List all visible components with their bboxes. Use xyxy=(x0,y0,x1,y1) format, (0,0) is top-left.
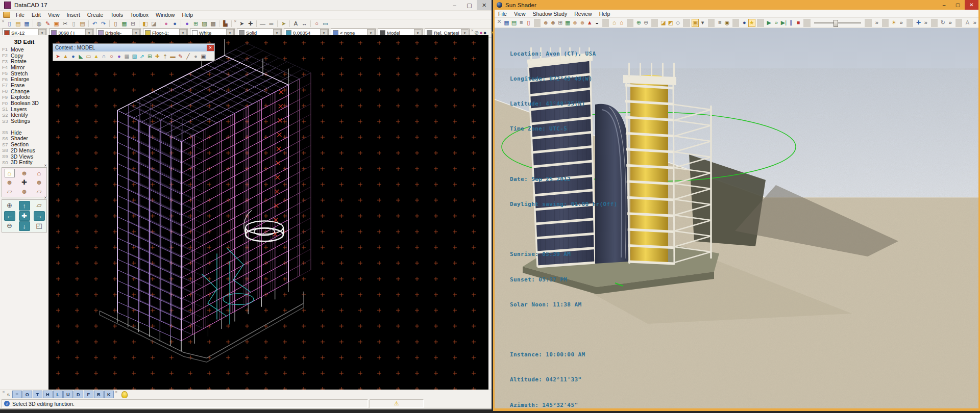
menu-item[interactable]: Review xyxy=(571,11,595,17)
house-icon[interactable]: ⌂ xyxy=(611,19,618,27)
menu-item[interactable]: Shadow Study xyxy=(529,11,571,17)
menu-item[interactable]: Tools xyxy=(107,12,127,18)
pan-up-icon[interactable]: ↑ xyxy=(19,201,30,211)
insert-box-icon[interactable]: ▣ xyxy=(53,20,61,28)
close-button[interactable]: ✕ xyxy=(477,0,492,10)
zoom-out-icon[interactable]: ⊖ xyxy=(643,19,649,27)
paint-bucket-icon[interactable]: ◧ xyxy=(141,20,150,28)
stop-icon[interactable]: ■ xyxy=(795,19,801,27)
cut-icon[interactable]: ✂ xyxy=(61,20,69,28)
observer-alt-icon[interactable]: ☻ xyxy=(550,19,556,27)
grid-icon[interactable]: ⊞ xyxy=(192,20,200,28)
view-expand-icon[interactable]: ✚ xyxy=(19,178,30,187)
open-file-icon[interactable]: ▤ xyxy=(14,20,22,28)
key-k[interactable]: K xyxy=(104,391,114,398)
add-tool-icon[interactable]: ✚ xyxy=(154,53,161,60)
sidebar-item-change[interactable]: F8 Change xyxy=(0,88,48,94)
save-icon[interactable]: ▦ xyxy=(503,19,510,27)
sidebar-item-enlarge[interactable]: F6 Enlarge xyxy=(0,76,48,82)
torus-icon[interactable]: ○ xyxy=(108,53,115,60)
furniture-icon[interactable]: ▙ xyxy=(222,20,230,28)
key-t[interactable]: T xyxy=(33,391,42,398)
sidebar-item-2d-menus[interactable]: S8 2D Menus xyxy=(0,147,48,153)
menu-item[interactable]: Create xyxy=(84,12,107,18)
lightbulb-icon[interactable] xyxy=(121,391,128,398)
redo-icon[interactable]: ↷ xyxy=(100,20,108,28)
key-o[interactable]: O xyxy=(22,391,32,398)
eraser-icon[interactable]: ◪ xyxy=(150,20,158,28)
datacad-titlebar[interactable]: DataCAD 17 – ▢ ✕ xyxy=(0,0,492,11)
datacad-drawing-viewport[interactable]: Context : MODEL ✕ ➤ ▲ ● ◣ ▭ ▲ xyxy=(48,35,488,390)
sidebar-item-identify[interactable]: S2 Identify xyxy=(0,112,48,118)
zoom-out-icon[interactable]: ⊖ xyxy=(5,221,15,230)
grid-plane-icon[interactable]: ⊞ xyxy=(146,53,154,60)
box-outline-icon[interactable]: ◇ xyxy=(674,19,681,27)
mesh-icon[interactable]: ▨ xyxy=(131,53,138,60)
menu-item[interactable]: Edit xyxy=(28,12,44,18)
stairs-icon[interactable]: ⊟ xyxy=(129,20,137,28)
sun-grid-icon[interactable]: ⊞ xyxy=(557,19,564,27)
zoom-in-icon[interactable]: ⊕ xyxy=(635,19,642,27)
sidebar-item-3d-views[interactable]: S9 3D Views xyxy=(0,153,48,160)
circle-icon[interactable]: ○ xyxy=(313,20,321,28)
sidebar-item-stretch[interactable]: F5 Stretch xyxy=(0,70,48,76)
day-mode-icon[interactable]: ★ xyxy=(748,19,755,27)
slash-icon[interactable]: ╱ xyxy=(185,53,192,60)
time-slider[interactable] xyxy=(814,19,862,27)
text-icon[interactable]: A xyxy=(292,20,300,28)
menu-item[interactable]: View xyxy=(44,12,63,18)
double-line-icon[interactable]: ═ xyxy=(267,20,276,28)
hatch-icon[interactable]: ▩ xyxy=(209,20,217,28)
ball-icon[interactable]: ● xyxy=(116,53,123,60)
key-equals[interactable]: = xyxy=(12,391,22,398)
sidebar-item-3d-entity[interactable]: S0 3D Entity xyxy=(0,159,48,165)
minimize-button[interactable]: – xyxy=(937,0,951,10)
sun-chart-icon[interactable]: ▦ xyxy=(565,19,571,27)
sweep-arrow-icon[interactable]: ➤ xyxy=(55,53,62,60)
sidebar-item-hide[interactable]: S5 Hide xyxy=(0,130,48,136)
sidebar-item-boolean-3d[interactable]: F0 Boolean 3D xyxy=(0,100,48,106)
view-head-right-icon[interactable]: ☻ xyxy=(34,178,44,187)
sidebar-item-shader[interactable]: S6 Shader xyxy=(0,136,48,142)
minimize-button[interactable]: – xyxy=(447,0,462,10)
move-icon[interactable]: ✚ xyxy=(247,20,255,28)
context-palette-titlebar[interactable]: Context : MODEL ✕ xyxy=(53,44,214,51)
menu-item[interactable]: Toolbox xyxy=(127,12,152,18)
dark-box-icon[interactable]: ▣ xyxy=(200,53,207,60)
view-home-icon[interactable]: ⌂ xyxy=(5,169,15,177)
sidebar-item-layers[interactable]: S1 Layers xyxy=(0,106,48,112)
key-d[interactable]: D xyxy=(74,391,83,398)
line-icon[interactable]: — xyxy=(259,20,267,28)
menu-item[interactable]: Help xyxy=(596,11,614,17)
sunshader-titlebar[interactable]: Sun Shader – ▢ ✕ xyxy=(495,0,978,10)
sun-cone-icon[interactable]: ▲ xyxy=(586,19,593,27)
view-house-icon[interactable]: ⌂ xyxy=(34,169,44,177)
rectangle-icon[interactable]: ▭ xyxy=(322,20,330,28)
close-button[interactable]: ✕ xyxy=(965,0,978,10)
undo-icon[interactable]: ↶ xyxy=(91,20,99,28)
gray-ball-icon[interactable]: ● xyxy=(192,53,200,60)
pan-right-icon[interactable]: → xyxy=(34,211,45,221)
sidebar-item-settings[interactable]: S3 Settings xyxy=(0,118,48,124)
redline-icon[interactable]: ✎ xyxy=(44,20,52,28)
sphere-icon[interactable]: ● xyxy=(70,53,77,60)
face-alt-icon[interactable]: ☻ xyxy=(579,19,585,27)
overflow-chevron[interactable]: » xyxy=(898,19,904,27)
context-toolbar-palette[interactable]: Context : MODEL ✕ ➤ ▲ ● ◣ ▭ ▲ xyxy=(53,43,215,61)
menu-item[interactable]: View xyxy=(510,11,529,17)
sidebar-item-erase[interactable]: F7 Erase xyxy=(0,82,48,88)
maximize-button[interactable]: ▢ xyxy=(462,0,477,10)
sidebar-item-move[interactable]: F1 Move xyxy=(0,46,48,53)
active-tool-icon[interactable]: ▣ xyxy=(692,19,699,27)
view-log-left-icon[interactable]: ▱ xyxy=(5,187,15,196)
sun-person-icon[interactable]: ☀ xyxy=(891,19,897,27)
menu-item[interactable]: File xyxy=(12,12,28,18)
orbit-icon[interactable]: ↻ xyxy=(940,19,946,27)
view-head-back-icon[interactable]: ☻ xyxy=(19,187,30,196)
copy-icon[interactable]: ▯ xyxy=(70,20,78,28)
key-h[interactable]: H xyxy=(43,391,53,398)
wireframe-model-canvas[interactable] xyxy=(48,35,488,390)
paste-icon[interactable]: ▤ xyxy=(79,20,87,28)
window-icon[interactable]: ▦ xyxy=(120,20,129,28)
face-icon[interactable]: ☻ xyxy=(572,19,578,27)
